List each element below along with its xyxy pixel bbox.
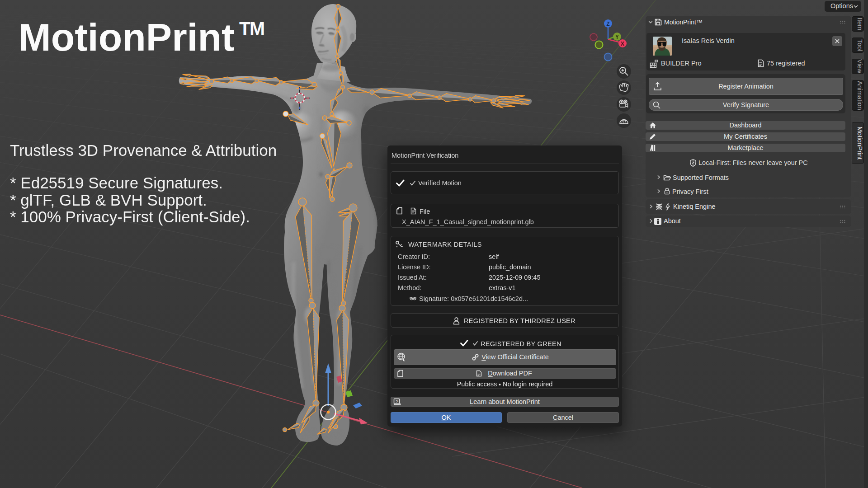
svg-text:X: X	[621, 41, 624, 47]
svg-text:?: ?	[396, 399, 398, 404]
svg-text:Y: Y	[615, 34, 619, 40]
svg-text:Z: Z	[606, 21, 609, 27]
